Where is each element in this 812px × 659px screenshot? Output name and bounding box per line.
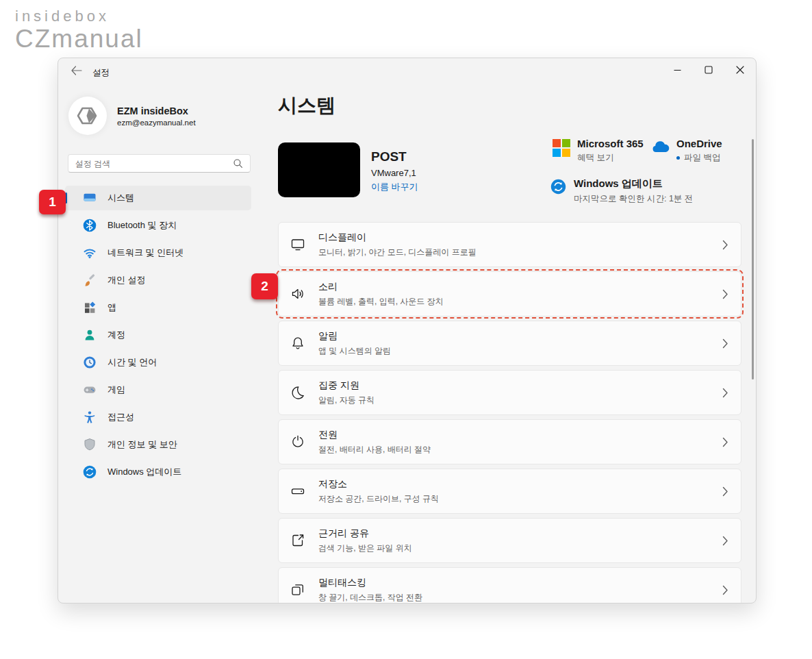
- status-dot: [676, 156, 680, 160]
- row-title: 집중 지원: [318, 380, 375, 392]
- chevron-right-icon: [722, 240, 728, 253]
- row-subtitle: 검색 기능, 받은 파일 위치: [318, 543, 412, 554]
- row-title: 근거리 공유: [318, 527, 412, 540]
- apps-icon: [83, 301, 97, 314]
- storage-icon: [289, 483, 307, 499]
- row-title: 디스플레이: [318, 232, 477, 244]
- sidebar-item-gaming[interactable]: 게임: [65, 377, 251, 402]
- sidebar-item-personalization[interactable]: 개인 설정: [65, 268, 251, 293]
- chevron-right-icon: [722, 338, 728, 351]
- notifications-icon: [289, 335, 307, 351]
- network-icon: [83, 246, 97, 260]
- profile-name: EZM insideBox: [117, 105, 196, 116]
- user-profile[interactable]: EZM insideBox ezm@eazymanual.net: [68, 97, 196, 135]
- sidebar-nav: 시스템 Bluetooth 및 장치 네트워크 및 인터넷: [65, 186, 251, 487]
- sidebar-item-windows-update[interactable]: Windows 업데이트: [65, 460, 251, 484]
- sidebar-item-network-internet[interactable]: 네트워크 및 인터넷: [65, 240, 251, 265]
- settings-row-notifications[interactable]: 알림 앱 및 시스템의 알림: [278, 321, 741, 366]
- sidebar-item-privacy-security[interactable]: 개인 정보 및 보안: [65, 432, 251, 457]
- privacy-icon: [83, 438, 97, 451]
- page: insidebox CZmanual 설정: [0, 0, 812, 659]
- sidebar-item-label: Windows 업데이트: [107, 466, 181, 478]
- nearby-share-icon: [289, 532, 307, 549]
- main-pane: 시스템 POST VMware7,1 이름 바꾸기 Microsoft 365 …: [278, 86, 756, 603]
- row-subtitle: 저장소 공간, 드라이브, 구성 규칙: [318, 493, 439, 505]
- row-title: 저장소: [318, 478, 439, 490]
- sidebar-item-label: 개인 정보 및 보안: [107, 438, 177, 451]
- device-model: VMware7,1: [371, 168, 418, 178]
- brand-line2: CZmanual: [15, 25, 143, 53]
- maximize-button[interactable]: [693, 58, 724, 83]
- row-subtitle: 절전, 배터리 사용, 배터리 절약: [318, 444, 431, 456]
- sidebar-item-label: 네트워크 및 인터넷: [107, 247, 183, 259]
- sidebar-item-label: 앱: [107, 301, 116, 314]
- status-title: Windows 업데이트: [574, 177, 693, 190]
- scrollbar[interactable]: [752, 139, 754, 380]
- maximize-icon: [705, 64, 713, 77]
- sidebar-item-apps[interactable]: 앱: [65, 295, 251, 320]
- sidebar-item-time-language[interactable]: 시간 및 언어: [65, 350, 251, 375]
- device-thumbnail: [278, 142, 360, 197]
- bluetooth-icon: [83, 219, 97, 232]
- device-name: POST: [371, 149, 418, 164]
- settings-row-sound[interactable]: 소리 볼륨 레벨, 출력, 입력, 사운드 장치: [278, 271, 741, 316]
- accessibility-icon: [83, 410, 97, 424]
- row-subtitle: 앱 및 시스템의 알림: [318, 345, 391, 357]
- avatar: [68, 97, 107, 135]
- settings-list: 디스플레이 모니터, 밝기, 야간 모드, 디스플레이 프로필 소리 볼륨 레벨…: [278, 222, 741, 604]
- row-title: 전원: [318, 429, 431, 441]
- settings-row-nearby-sharing[interactable]: 근거리 공유 검색 기능, 받은 파일 위치: [278, 518, 741, 563]
- chevron-right-icon: [722, 388, 728, 401]
- multitasking-icon: [289, 582, 307, 598]
- close-button[interactable]: [724, 58, 756, 83]
- search-box[interactable]: [68, 154, 251, 173]
- step-badge-2: 2: [251, 273, 278, 299]
- sidebar-item-bluetooth-devices[interactable]: Bluetooth 및 장치: [65, 213, 251, 238]
- search-input[interactable]: [68, 159, 233, 169]
- settings-row-power[interactable]: 전원 절전, 배터리 사용, 배터리 절약: [278, 419, 741, 464]
- sidebar-item-label: Bluetooth 및 장치: [107, 219, 177, 232]
- personalization-icon: [83, 273, 97, 287]
- box-logo-icon: [73, 101, 103, 131]
- row-subtitle: 모니터, 밝기, 야간 모드, 디스플레이 프로필: [318, 247, 477, 258]
- titlebar: 설정: [58, 58, 756, 86]
- windows-update-status-card[interactable]: Windows 업데이트 마지막으로 확인한 시간: 1분 전: [548, 177, 693, 205]
- caption-buttons: [661, 58, 756, 83]
- status-subtitle: 마지막으로 확인한 시간: 1분 전: [574, 193, 693, 205]
- sidebar-item-label: 계정: [107, 329, 125, 341]
- status-title: Microsoft 365: [577, 138, 644, 149]
- window-title: 설정: [92, 67, 110, 79]
- back-arrow-icon: [71, 66, 82, 78]
- sidebar-item-accessibility[interactable]: 접근성: [65, 405, 251, 430]
- search-icon: [233, 158, 243, 169]
- sidebar-item-accounts[interactable]: 계정: [65, 323, 251, 347]
- page-title: 시스템: [278, 92, 335, 119]
- status-subtitle: 파일 백업: [684, 152, 720, 164]
- chevron-right-icon: [722, 486, 728, 499]
- sidebar-item-label: 시간 및 언어: [107, 356, 157, 369]
- windows-update-icon: [548, 179, 568, 205]
- gaming-icon: [83, 383, 97, 397]
- rename-link[interactable]: 이름 바꾸기: [371, 181, 418, 193]
- settings-row-display[interactable]: 디스플레이 모니터, 밝기, 야간 모드, 디스플레이 프로필: [278, 222, 741, 267]
- close-icon: [736, 64, 744, 77]
- sidebar-item-system[interactable]: 시스템: [65, 186, 251, 210]
- focus-assist-icon: [289, 384, 307, 401]
- minimize-button[interactable]: [661, 58, 693, 83]
- settings-row-storage[interactable]: 저장소 저장소 공간, 드라이브, 구성 규칙: [278, 469, 741, 514]
- onedrive-card[interactable]: OneDrive 파일 백업: [651, 138, 722, 164]
- row-title: 멀티태스킹: [318, 577, 422, 589]
- settings-row-focus-assist[interactable]: 집중 지원 알림, 자동 규칙: [278, 370, 741, 415]
- windows-update-icon: [83, 465, 97, 479]
- row-title: 소리: [318, 281, 444, 293]
- step-badge-1: 1: [39, 190, 66, 214]
- display-icon: [289, 236, 307, 253]
- microsoft-365-card[interactable]: Microsoft 365 혜택 보기: [552, 138, 644, 164]
- settings-row-multitasking[interactable]: 멀티태스킹 창 끌기, 데스크톱, 작업 전환: [278, 567, 741, 604]
- microsoft-365-icon: [552, 139, 571, 164]
- back-button[interactable]: [68, 64, 84, 80]
- settings-window: 설정: [58, 58, 757, 604]
- sidebar: EZM insideBox ezm@eazymanual.net 시스템: [58, 86, 278, 603]
- power-icon: [289, 434, 307, 450]
- time-language-icon: [83, 356, 97, 369]
